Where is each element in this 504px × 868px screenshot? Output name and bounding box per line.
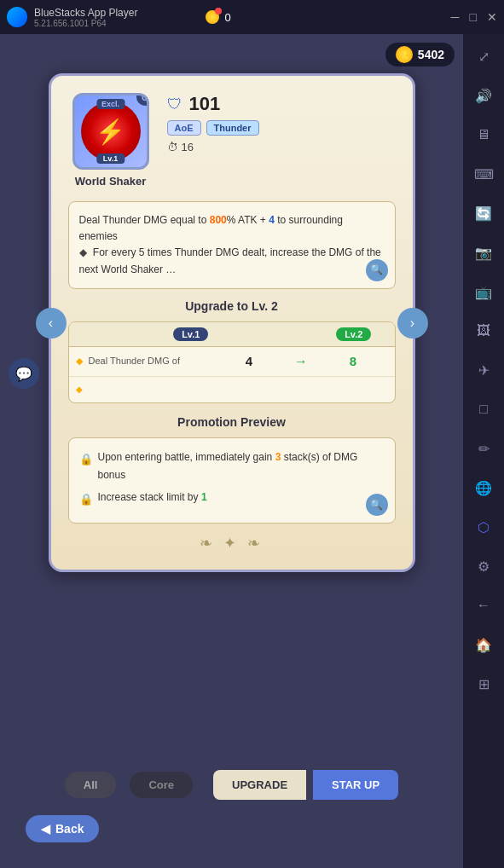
minimize-btn[interactable]: ─ <box>451 10 460 24</box>
lv2-badge: Lv.2 <box>336 327 371 341</box>
upgrade-col-lv2: Lv.2 <box>313 322 395 346</box>
skill-level-row: 🛡 101 <box>167 93 396 115</box>
upgrade-val2: 8 <box>318 354 387 368</box>
upgrade-title: Upgrade to Lv. 2 <box>68 299 396 313</box>
c-badge: C <box>136 93 149 106</box>
skill-icon: ⚡ <box>81 101 141 161</box>
desc-highlight-4: 4 <box>269 214 275 226</box>
tab-core-button[interactable]: Core <box>130 772 193 798</box>
sidebar-apps-icon[interactable]: ⊞ <box>472 672 495 696</box>
skill-icon-container: C Excl. ⚡ Lv.1 World Shaker <box>68 93 154 188</box>
coin-display: ⭐ 5402 <box>385 43 455 67</box>
upgrade-button[interactable]: UPGRADE <box>213 770 306 800</box>
sidebar-video-icon[interactable]: 📺 <box>472 280 495 304</box>
upgrade-row-label: ◆ Deal Thunder DMG of <box>76 356 215 367</box>
tag-aoe: AoE <box>167 120 201 136</box>
tab-all-button[interactable]: All <box>65 772 117 798</box>
excl-badge: Excl. <box>96 99 125 109</box>
sidebar-expand-icon[interactable]: ⤢ <box>472 44 495 68</box>
sidebar-settings-icon[interactable]: ⚙ <box>472 554 495 578</box>
star-up-button[interactable]: STAR UP <box>313 770 398 800</box>
promo-search-btn[interactable]: 🔍 <box>366 494 388 516</box>
skill-info: 🛡 101 AoE Thunder ⏱ 16 <box>167 93 396 153</box>
upgrade-arrow: → <box>284 354 319 369</box>
diamond-icon: ◆ <box>79 246 87 258</box>
upgrade-table: Lv.1 Lv.2 ◆ Deal Thunder DMG of 4 → 8 ◆ <box>68 321 396 403</box>
coin-value: 5402 <box>418 48 444 61</box>
skill-name: World Shaker <box>75 175 147 188</box>
back-button[interactable]: ◀ Back <box>26 815 99 842</box>
promo-highlight-3: 3 <box>275 451 281 463</box>
coin-icon: ⭐ <box>396 46 413 63</box>
desc-search-btn[interactable]: 🔍 <box>366 259 388 281</box>
description-box: Deal Thunder DMG equal to 800% ATK + 4 t… <box>68 201 396 289</box>
upgrade-col-lv1: Lv.1 <box>150 322 232 346</box>
bottom-tabs-bar: All Core UPGRADE STAR UP <box>0 770 463 800</box>
card-prev-arrow[interactable]: ‹ <box>36 308 67 339</box>
top-bar: ⭐ 5402 <box>9 43 455 67</box>
right-sidebar: ⤢ 🔊 🖥 ⌨ 🔄 📷 📺 🖼 ✈ □ ✏ 🌐 ⬡ ⚙ ← 🏠 ⊞ <box>463 34 504 868</box>
card-decoration: ❧ ✦ ❧ <box>68 534 396 553</box>
back-label: Back <box>55 822 84 836</box>
back-arrow-icon: ◀ <box>41 822 50 836</box>
range-row: ⏱ 16 <box>167 141 396 153</box>
app-logo <box>7 7 27 27</box>
promo-box: 🔒 Upon entering battle, immediately gain… <box>68 437 396 524</box>
card-header: C Excl. ⚡ Lv.1 World Shaker 🛡 101 AoE Th… <box>68 93 396 188</box>
skill-icon-frame: C Excl. ⚡ Lv.1 <box>72 93 149 170</box>
title-coin-count: 0 <box>224 11 230 24</box>
upgrade-val1: 4 <box>214 354 283 368</box>
promo-row-2: 🔒 Increase stack limit by 1 <box>79 489 385 509</box>
sidebar-flight-icon[interactable]: ✈ <box>472 358 495 382</box>
sidebar-edit-icon[interactable]: ✏ <box>472 437 495 460</box>
sidebar-image-icon[interactable]: 🖼 <box>472 319 495 343</box>
sidebar-home-icon[interactable]: 🏠 <box>472 633 495 657</box>
upgrade-row-text: Deal Thunder DMG of <box>89 356 180 366</box>
app-version: 5.21.656.1001 P64 <box>34 19 137 28</box>
window-controls[interactable]: ─ □ ✕ <box>451 10 497 24</box>
promo-text-1: Upon entering battle, immediately gain 3… <box>98 448 385 485</box>
skill-card: ‹ › C Excl. ⚡ Lv.1 World Shaker 🛡 101 <box>49 73 415 572</box>
back-area: ◀ Back <box>26 815 99 842</box>
sidebar-rotate-icon[interactable]: 🔄 <box>472 201 495 225</box>
desc-percent: % ATK + <box>227 214 269 226</box>
sidebar-sound-icon[interactable]: 🔊 <box>472 84 495 107</box>
lock-icon-2: 🔒 <box>79 489 93 509</box>
promo-row-1: 🔒 Upon entering battle, immediately gain… <box>79 448 385 485</box>
close-btn[interactable]: ✕ <box>487 10 497 24</box>
upgrade-header: Lv.1 Lv.2 <box>69 322 395 347</box>
sidebar-window-icon[interactable]: □ <box>472 397 495 421</box>
lv1-badge: Lv.1 <box>173 327 208 341</box>
upgrade-col-arrow <box>232 322 314 346</box>
dot-icon: ◆ <box>76 356 83 366</box>
app-name: BlueStacks App Player <box>34 7 137 19</box>
upgrade-col-label <box>69 322 151 346</box>
range-icon: ⏱ <box>167 141 178 153</box>
upgrade-row-placeholder: ◆ <box>76 385 86 394</box>
card-next-arrow[interactable]: › <box>397 308 428 339</box>
discord-icon[interactable]: ⬡ <box>472 515 495 539</box>
tag-thunder: Thunder <box>206 120 259 136</box>
sidebar-display-icon[interactable]: 🖥 <box>472 123 495 147</box>
desc-line2: For every 5 times Thunder DMG dealt, inc… <box>79 246 381 275</box>
desc-highlight-800: 800 <box>210 214 227 226</box>
lv-badge: Lv.1 <box>96 153 125 164</box>
upgrade-row-1: ◆ Deal Thunder DMG of 4 → 8 <box>69 347 395 377</box>
sidebar-location-icon[interactable]: 🌐 <box>472 476 495 500</box>
promo-text-2: Increase stack limit by 1 <box>98 489 207 507</box>
tags-row: AoE Thunder <box>167 120 396 136</box>
main-area: ⭐ 5402 ‹ › C Excl. ⚡ Lv.1 World Shaker <box>0 34 463 868</box>
skill-level-num: 101 <box>189 93 221 115</box>
shield-icon: 🛡 <box>167 95 182 113</box>
title-bar: BlueStacks App Player 5.21.656.1001 P64 … <box>0 0 504 34</box>
promo-highlight-1: 1 <box>201 491 207 503</box>
sidebar-camera-icon[interactable]: 📷 <box>472 240 495 264</box>
chat-bubble[interactable]: 💬 <box>9 358 39 389</box>
upgrade-row-2: ◆ <box>69 377 395 402</box>
lock-icon-1: 🔒 <box>79 449 93 469</box>
sidebar-keyboard-icon[interactable]: ⌨ <box>472 162 495 186</box>
sidebar-back-icon[interactable]: ← <box>472 593 495 617</box>
range-value: 16 <box>182 141 194 153</box>
maximize-btn[interactable]: □ <box>470 10 477 24</box>
promo-title: Promotion Preview <box>68 415 396 429</box>
